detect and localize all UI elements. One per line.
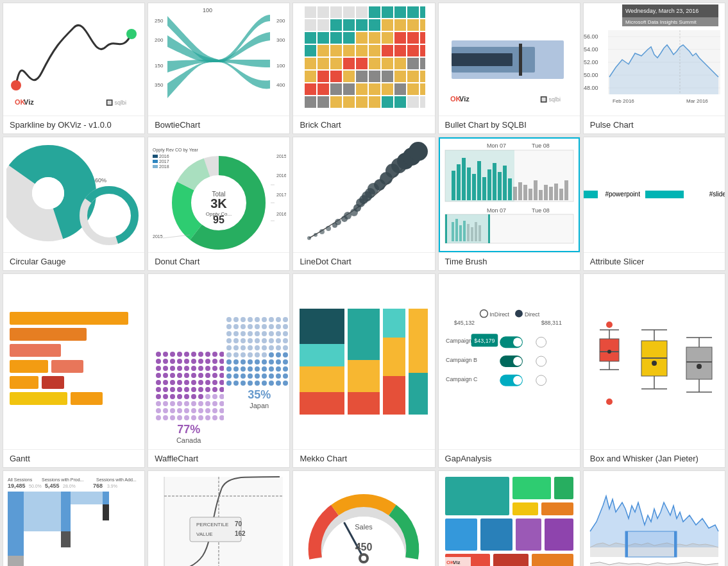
attrslicer-label: Attribute Slicer xyxy=(584,252,725,270)
svg-rect-91 xyxy=(382,96,393,108)
svg-rect-37 xyxy=(330,32,342,44)
svg-point-400 xyxy=(262,366,267,372)
svg-rect-79 xyxy=(356,83,368,95)
svg-rect-36 xyxy=(317,32,329,44)
svg-point-437 xyxy=(480,310,487,318)
svg-point-408 xyxy=(248,373,253,379)
svg-rect-35 xyxy=(305,32,316,44)
svg-text:50.00: 50.00 xyxy=(584,72,598,78)
svg-rect-98 xyxy=(519,44,522,76)
svg-point-324 xyxy=(219,415,224,420)
svg-point-350 xyxy=(262,331,267,336)
waffle-svg-japan xyxy=(224,314,289,388)
percentile-visual: PERCENTILE 70 VALUE 162 xyxy=(148,471,289,566)
svg-rect-15 xyxy=(305,6,316,18)
svg-point-399 xyxy=(255,366,260,372)
svg-rect-26 xyxy=(317,19,329,31)
svg-text:VALUE: VALUE xyxy=(196,531,213,537)
svg-point-386 xyxy=(233,359,239,364)
svg-rect-53 xyxy=(407,45,419,56)
svg-point-416 xyxy=(233,381,239,386)
svg-rect-426 xyxy=(300,344,344,366)
svg-rect-436 xyxy=(409,373,428,415)
svg-point-296 xyxy=(163,401,168,406)
svg-point-174 xyxy=(409,142,428,161)
svg-point-270 xyxy=(191,380,196,385)
svg-rect-55 xyxy=(305,58,316,69)
svg-point-316 xyxy=(163,415,168,420)
svg-rect-489 xyxy=(8,492,24,566)
svg-text:52.00: 52.00 xyxy=(584,59,598,65)
pulse-label: Pulse Chart xyxy=(584,116,725,133)
svg-text:200: 200 xyxy=(155,37,164,43)
svg-point-290 xyxy=(191,394,196,399)
svg-text:$43,179: $43,179 xyxy=(474,338,495,344)
svg-point-387 xyxy=(241,359,246,364)
svg-rect-434 xyxy=(383,376,405,415)
svg-rect-425 xyxy=(300,309,344,344)
svg-rect-94 xyxy=(420,96,425,108)
svg-rect-76 xyxy=(317,83,329,95)
svg-text:70: 70 xyxy=(235,520,242,527)
svg-point-412 xyxy=(276,373,281,379)
card-gap: InDirect Direct $45,132 $88,311 Campaign… xyxy=(438,273,580,468)
svg-rect-60 xyxy=(369,58,380,69)
svg-rect-201 xyxy=(445,150,514,202)
svg-rect-223 xyxy=(10,392,67,405)
svg-rect-428 xyxy=(300,392,344,415)
card-pulse: Wednesday, March 23, 2016 Microsoft Data… xyxy=(583,3,725,134)
svg-point-310 xyxy=(191,408,196,413)
svg-rect-524 xyxy=(445,477,509,515)
svg-rect-199 xyxy=(559,189,563,200)
svg-point-367 xyxy=(241,345,246,350)
svg-rect-32 xyxy=(394,19,406,31)
synoptic-visual: OK Viz 🔲 sqlbi xyxy=(439,471,580,566)
svg-point-320 xyxy=(191,415,196,420)
svg-point-413 xyxy=(283,373,288,379)
svg-point-452 xyxy=(536,356,546,366)
svg-point-257 xyxy=(170,373,175,378)
svg-rect-217 xyxy=(10,328,87,341)
svg-rect-427 xyxy=(300,366,344,392)
svg-point-253 xyxy=(212,366,217,371)
svg-point-338 xyxy=(248,324,253,329)
card-brick: Brick Chart xyxy=(292,3,435,134)
svg-rect-46 xyxy=(317,45,329,56)
svg-rect-29 xyxy=(356,19,368,31)
svg-rect-61 xyxy=(382,58,393,69)
svg-point-238 xyxy=(177,359,182,364)
svg-rect-27 xyxy=(330,19,342,31)
svg-rect-213 xyxy=(445,214,490,243)
svg-point-314 xyxy=(219,408,224,413)
svg-point-329 xyxy=(255,317,260,322)
svg-rect-67 xyxy=(330,71,342,82)
svg-point-322 xyxy=(205,415,210,420)
svg-point-156 xyxy=(326,226,331,231)
svg-point-266 xyxy=(163,380,168,385)
svg-point-261 xyxy=(198,373,203,378)
svg-rect-93 xyxy=(407,96,419,108)
svg-point-520 xyxy=(361,556,366,561)
svg-point-365 xyxy=(226,345,232,350)
svg-rect-22 xyxy=(394,6,406,18)
svg-text:Campaign B: Campaign B xyxy=(446,357,477,363)
svg-text:Oppty Rev CO by Year: Oppty Rev CO by Year xyxy=(153,148,198,153)
svg-text:Viz: Viz xyxy=(453,560,460,565)
svg-rect-224 xyxy=(71,392,103,405)
svg-rect-87 xyxy=(330,96,342,108)
svg-point-282 xyxy=(205,387,210,392)
svg-rect-192 xyxy=(523,185,527,200)
attr-bar-sqlserver xyxy=(584,191,598,198)
svg-rect-58 xyxy=(343,58,355,69)
svg-text:28.0%: 28.0% xyxy=(63,484,76,488)
svg-point-281 xyxy=(198,387,203,392)
svg-rect-21 xyxy=(382,6,393,18)
card-dialgauge: Sales 0 1200 450 23.19% DialGauge xyxy=(292,470,435,566)
boxwhisker-label: Box and Whisker (Jan Pieter) xyxy=(584,449,725,467)
svg-text:19,485: 19,485 xyxy=(8,483,26,489)
svg-text:Sessions with Add...: Sessions with Add... xyxy=(96,477,137,482)
svg-rect-50 xyxy=(369,45,380,56)
svg-point-376 xyxy=(233,352,239,357)
svg-point-319 xyxy=(184,415,189,420)
svg-point-294 xyxy=(219,394,224,399)
